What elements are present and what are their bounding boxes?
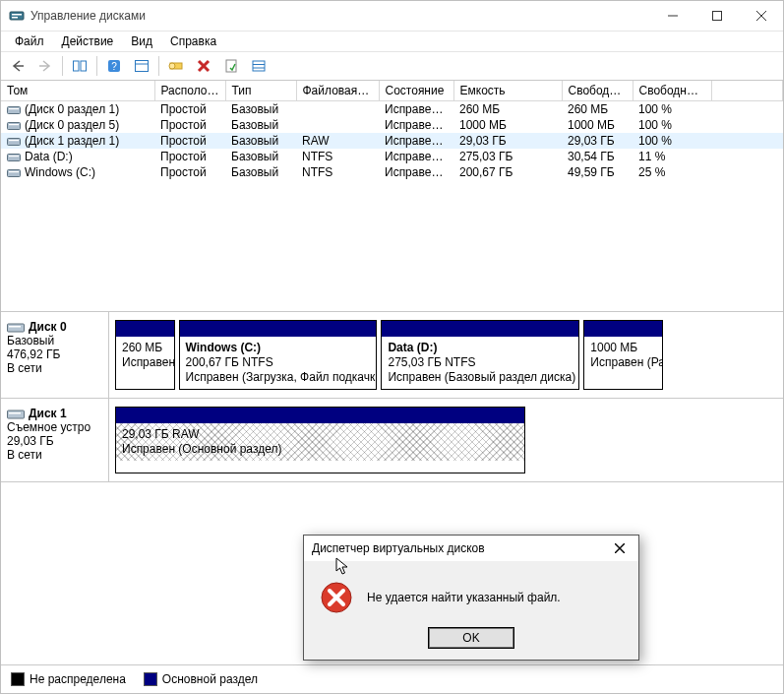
partition-status: Исправен (Основной раздел) xyxy=(122,442,281,456)
maximize-button[interactable] xyxy=(694,1,739,31)
volume-table[interactable]: Том Располо… Тип Файловая с… Состояние Е… xyxy=(1,81,783,180)
volume-name: (Диск 0 раздел 1) xyxy=(1,101,154,118)
partition[interactable]: 260 МБИсправен (Шиф xyxy=(115,320,175,390)
disk-status: В сети xyxy=(7,448,102,462)
partition-status: Исправен (Загрузка, Файл подкачки, . xyxy=(186,370,377,384)
partition[interactable]: Windows (C:)200,67 ГБ NTFSИсправен (Загр… xyxy=(179,320,378,390)
delete-button[interactable] xyxy=(191,53,216,79)
menu-file[interactable]: Файл xyxy=(7,32,52,50)
volume-name: (Диск 0 раздел 5) xyxy=(1,117,154,133)
volume-capacity: 200,67 ГБ xyxy=(453,164,562,180)
disk-icon xyxy=(7,409,25,420)
svg-rect-4 xyxy=(712,12,721,21)
menu-view[interactable]: Вид xyxy=(123,32,160,50)
toggle-view-button[interactable] xyxy=(163,53,189,79)
dialog-titlebar[interactable]: Диспетчер виртуальных дисков xyxy=(304,536,638,561)
col-type[interactable]: Тип xyxy=(225,81,296,101)
volume-layout: Простой xyxy=(154,117,225,133)
volume-name: Data (D:) xyxy=(1,149,154,164)
list-button[interactable] xyxy=(246,53,271,79)
disk-label[interactable]: Диск 0Базовый476,92 ГБВ сети xyxy=(1,312,109,398)
col-free-pct[interactable]: Свободно % xyxy=(633,81,711,101)
volume-capacity: 29,03 ГБ xyxy=(453,133,562,149)
disk-label[interactable]: Диск 1Съемное устро29,03 ГБВ сети xyxy=(1,399,109,481)
volume-free-pct: 100 % xyxy=(633,117,711,133)
col-volume[interactable]: Том xyxy=(1,81,154,101)
volume-name: (Диск 1 раздел 1) xyxy=(1,133,154,149)
ok-button[interactable]: OK xyxy=(429,628,513,648)
svg-rect-28 xyxy=(9,156,19,157)
col-capacity[interactable]: Емкость xyxy=(453,81,562,101)
volume-type: Базовый xyxy=(225,164,296,180)
volume-free: 30,54 ГБ xyxy=(562,149,633,164)
volume-row[interactable]: Windows (C:)ПростойБазовыйNTFSИсправен…2… xyxy=(1,164,783,180)
partition-header xyxy=(116,321,174,337)
partition-status: Исправен (Базовый раздел диска) xyxy=(388,370,575,384)
error-icon xyxy=(320,581,353,614)
partition[interactable]: 29,03 ГБ RAWИсправен (Основной раздел) xyxy=(115,407,525,473)
disk-size: 476,92 ГБ xyxy=(7,347,102,361)
volume-free: 1000 МБ xyxy=(562,117,633,133)
volume-type: Базовый xyxy=(225,101,296,118)
legend-swatch-primary xyxy=(144,672,157,686)
volume-name: Windows (C:) xyxy=(1,164,154,180)
partition[interactable]: Data (D:)275,03 ГБ NTFSИсправен (Базовый… xyxy=(381,320,579,390)
volume-row[interactable]: (Диск 1 раздел 1)ПростойБазовыйRAWИсправ… xyxy=(1,133,783,149)
volume-row[interactable]: (Диск 0 раздел 1)ПростойБазовыйИсправен…… xyxy=(1,101,783,118)
toolbar: ? xyxy=(1,52,783,81)
volume-icon xyxy=(7,153,21,162)
volume-header-row[interactable]: Том Располо… Тип Файловая с… Состояние Е… xyxy=(1,81,783,101)
volume-free-pct: 100 % xyxy=(633,101,711,118)
nav-forward-button[interactable] xyxy=(32,53,58,79)
volume-capacity: 1000 МБ xyxy=(453,117,562,133)
volume-layout: Простой xyxy=(154,101,225,118)
col-filesystem[interactable]: Файловая с… xyxy=(296,81,379,101)
svg-rect-31 xyxy=(8,324,25,332)
disk-name: Диск 1 xyxy=(29,407,67,420)
menu-help[interactable]: Справка xyxy=(162,32,224,50)
svg-rect-2 xyxy=(12,17,18,19)
volume-layout: Простой xyxy=(154,149,225,164)
svg-rect-18 xyxy=(253,61,265,71)
volume-free: 260 МБ xyxy=(562,101,633,118)
svg-point-14 xyxy=(169,63,175,69)
disk-partitions: 29,03 ГБ RAWИсправен (Основной раздел) xyxy=(109,399,783,481)
nav-back-button[interactable] xyxy=(5,53,30,79)
col-free[interactable]: Свобод… xyxy=(562,81,633,101)
volume-free-pct: 100 % xyxy=(633,133,711,149)
volume-status: Исправен… xyxy=(379,149,453,164)
col-status[interactable]: Состояние xyxy=(379,81,453,101)
svg-rect-33 xyxy=(8,410,25,418)
volume-row[interactable]: (Диск 0 раздел 5)ПростойБазовыйИсправен…… xyxy=(1,117,783,133)
settings-panel-button[interactable] xyxy=(129,53,154,79)
partition-header xyxy=(382,321,578,337)
app-icon xyxy=(9,8,25,24)
svg-text:?: ? xyxy=(111,61,117,72)
svg-rect-27 xyxy=(8,154,21,160)
volume-row[interactable]: Data (D:)ПростойБазовыйNTFSИсправен…275,… xyxy=(1,149,783,164)
dialog-close-button[interactable] xyxy=(605,537,634,559)
partition-title: Windows (C:) xyxy=(186,341,262,354)
titlebar: Управление дисками xyxy=(1,1,783,32)
panes-button[interactable] xyxy=(67,53,92,79)
volume-status: Исправен… xyxy=(379,101,453,118)
svg-rect-11 xyxy=(136,61,149,72)
volume-capacity: 260 МБ xyxy=(453,101,562,118)
volume-free: 49,59 ГБ xyxy=(562,164,633,180)
volume-type: Базовый xyxy=(225,149,296,164)
close-window-button[interactable] xyxy=(739,1,783,31)
properties-button[interactable] xyxy=(218,53,244,79)
svg-rect-32 xyxy=(9,326,21,328)
disk-row: Диск 0Базовый476,92 ГБВ сети260 МБИсправ… xyxy=(1,312,783,399)
partition[interactable]: 1000 МБИсправен (Раздел во xyxy=(583,320,663,390)
partition-size: 275,03 ГБ NTFS xyxy=(388,355,475,369)
volume-type: Базовый xyxy=(225,133,296,149)
minimize-button[interactable] xyxy=(650,1,694,31)
volume-free-pct: 25 % xyxy=(633,164,711,180)
menu-action[interactable]: Действие xyxy=(54,32,122,50)
partition-status: Исправен (Раздел во xyxy=(590,355,662,369)
partition-size: 1000 МБ xyxy=(590,341,637,354)
help-button[interactable]: ? xyxy=(101,53,127,79)
col-layout[interactable]: Располо… xyxy=(154,81,225,101)
svg-rect-26 xyxy=(9,140,19,141)
